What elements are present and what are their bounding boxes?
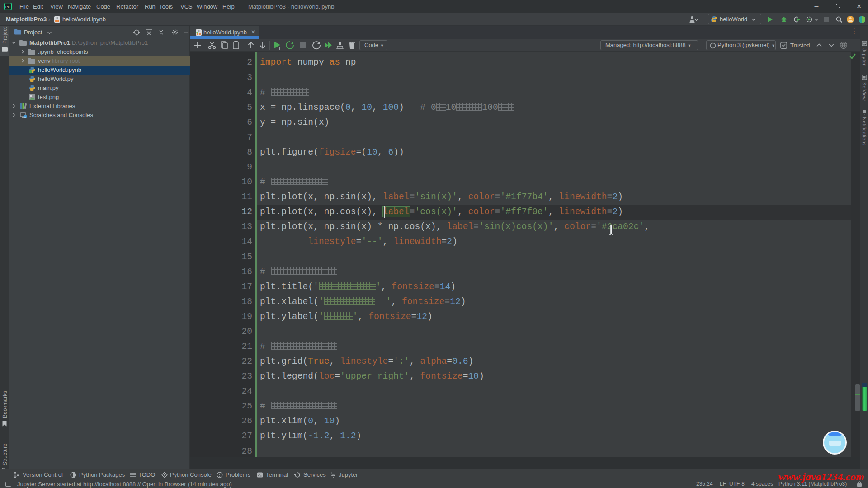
svg-text:PC: PC <box>5 5 10 9</box>
